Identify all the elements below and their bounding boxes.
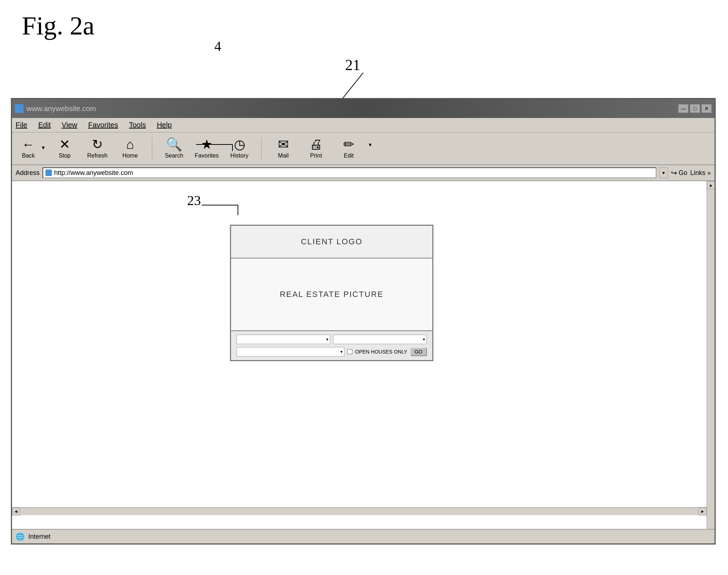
- search-label: Search: [165, 152, 183, 159]
- widget-open-houses-label: OPEN HOUSES ONLY: [355, 349, 408, 355]
- toolbar-separator-1: [152, 138, 152, 159]
- home-icon: ⌂: [126, 138, 134, 151]
- back-label: Back: [22, 152, 35, 159]
- widget-search-row-1: ▾ ▾: [236, 335, 427, 344]
- browser-favicon: [15, 104, 24, 113]
- home-button[interactable]: ⌂ Home: [117, 138, 143, 159]
- edit-label: Edit: [344, 152, 354, 159]
- go-button[interactable]: ↪ Go: [671, 168, 687, 177]
- widget-select-2-arrow: ▾: [340, 349, 343, 354]
- widget-select-2[interactable]: ▾: [236, 347, 344, 356]
- title-bar: www.anywebsite.com — □ ✕: [12, 99, 715, 118]
- widget-search-row-2: ▾ OPEN HOUSES ONLY GO: [236, 347, 427, 356]
- scroll-left-button[interactable]: ◄: [12, 507, 20, 515]
- widget-select-1-arrow: ▾: [326, 337, 328, 342]
- search-button[interactable]: 🔍 Search: [161, 138, 187, 159]
- scroll-up-button[interactable]: ▲: [707, 181, 715, 189]
- stop-icon: ✕: [59, 138, 70, 151]
- history-label: History: [230, 152, 248, 159]
- widget-picture-text: REAL ESTATE PICTURE: [280, 290, 384, 299]
- edit-icon: ✏: [343, 138, 354, 151]
- annotation-21: 21: [345, 56, 360, 74]
- annotation-4-arrow: [196, 137, 240, 152]
- mail-label: Mail: [278, 152, 288, 159]
- favorites-label: Favorites: [195, 152, 219, 159]
- annotation-21-arrow: [334, 73, 389, 102]
- mail-icon: ✉: [278, 138, 289, 151]
- back-icon: ←: [22, 138, 35, 151]
- print-icon: 🖨: [310, 138, 323, 151]
- home-label: Home: [122, 152, 138, 159]
- address-label: Address: [16, 169, 40, 177]
- toolbar-more-arrow[interactable]: ▾: [369, 141, 372, 148]
- status-globe-icon: 🌐: [16, 532, 25, 541]
- figure-label: Fig. 2a: [22, 11, 94, 41]
- widget-search-area: ▾ ▾ ▾ OPEN HOUSES ONLY GO: [231, 331, 432, 360]
- refresh-button[interactable]: ↻ Refresh: [85, 138, 110, 159]
- go-arrow-icon: ↪: [671, 168, 677, 177]
- address-favicon: [45, 170, 52, 176]
- refresh-icon: ↻: [92, 138, 103, 151]
- status-bar: 🌐 Internet: [12, 529, 715, 543]
- status-text: Internet: [28, 533, 50, 541]
- stop-label: Stop: [59, 152, 71, 159]
- address-dropdown-button[interactable]: ▾: [659, 167, 668, 178]
- content-area: ▲ CLIENT LOGO REAL ESTATE PICTURE ▾: [12, 181, 715, 530]
- svg-line-0: [341, 73, 363, 100]
- menu-view[interactable]: View: [62, 121, 77, 129]
- widget-panel: CLIENT LOGO REAL ESTATE PICTURE ▾ ▾: [230, 225, 433, 361]
- title-bar-text: www.anywebsite.com: [15, 104, 96, 113]
- menu-favorites[interactable]: Favorites: [88, 121, 118, 129]
- widget-logo-area: CLIENT LOGO: [231, 226, 432, 258]
- close-button[interactable]: ✕: [701, 104, 712, 113]
- menu-bar: File Edit View Favorites Tools Help: [12, 118, 715, 132]
- browser-window: www.anywebsite.com — □ ✕ File Edit View …: [11, 98, 716, 545]
- annotation-23-arrow: [202, 198, 245, 216]
- address-bar: Address http://www.anywebsite.com ▾ ↪ Go…: [12, 165, 715, 181]
- widget-input-1-arrow: ▾: [423, 337, 425, 342]
- refresh-label: Refresh: [87, 152, 108, 159]
- print-button[interactable]: 🖨 Print: [303, 138, 329, 159]
- toolbar: ← Back ▾ ✕ Stop ↻ Refresh ⌂ Home 🔍 Searc…: [12, 132, 715, 165]
- stop-button[interactable]: ✕ Stop: [52, 138, 77, 159]
- scrollbar-bottom[interactable]: ◄ ►: [12, 507, 707, 515]
- scrollbar-right[interactable]: ▲: [707, 181, 715, 530]
- annotation-23: 23: [187, 192, 201, 208]
- back-dropdown-arrow[interactable]: ▾: [42, 144, 45, 151]
- address-url: http://www.anywebsite.com: [54, 169, 133, 177]
- widget-picture-area: REAL ESTATE PICTURE: [231, 258, 432, 331]
- menu-file[interactable]: File: [16, 121, 27, 129]
- minimize-button[interactable]: —: [678, 104, 688, 113]
- mail-button[interactable]: ✉ Mail: [271, 138, 296, 159]
- widget-logo-text: CLIENT LOGO: [301, 237, 363, 246]
- widget-input-1[interactable]: ▾: [333, 335, 427, 344]
- address-input-wrap[interactable]: http://www.anywebsite.com: [43, 167, 656, 178]
- toolbar-separator-2: [261, 138, 262, 159]
- widget-open-houses-checkbox[interactable]: [347, 349, 352, 354]
- menu-edit[interactable]: Edit: [38, 121, 50, 129]
- menu-help[interactable]: Help: [157, 121, 172, 129]
- restore-button[interactable]: □: [690, 104, 700, 113]
- edit-button[interactable]: ✏ Edit: [336, 138, 361, 159]
- back-button-group[interactable]: ← Back ▾: [16, 138, 45, 159]
- back-button[interactable]: ← Back: [16, 138, 41, 159]
- widget-go-button[interactable]: GO: [410, 347, 427, 356]
- title-bar-controls: — □ ✕: [678, 104, 712, 113]
- browser-title: www.anywebsite.com: [27, 105, 96, 113]
- links-button[interactable]: Links »: [690, 169, 711, 177]
- annotation-4: 4: [214, 38, 221, 54]
- go-label: Go: [679, 169, 687, 177]
- search-icon: 🔍: [166, 138, 182, 151]
- scroll-right-button[interactable]: ►: [699, 507, 707, 515]
- print-label: Print: [310, 152, 322, 159]
- widget-select-1[interactable]: ▾: [236, 335, 330, 344]
- menu-tools[interactable]: Tools: [129, 121, 146, 129]
